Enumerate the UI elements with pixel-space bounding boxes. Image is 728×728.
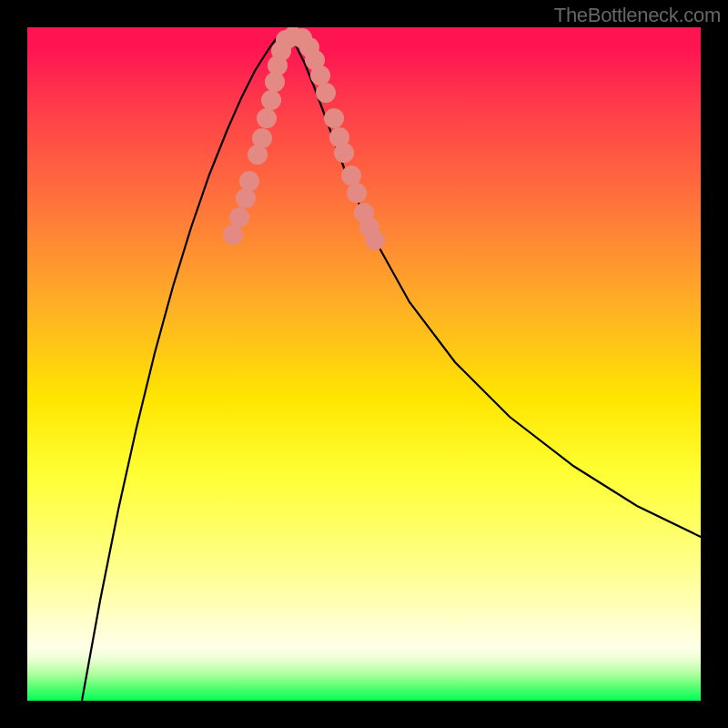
curve-group	[82, 35, 701, 701]
marker-dot	[310, 66, 330, 86]
marker-dot	[252, 128, 272, 148]
marker-dot	[347, 183, 367, 203]
marker-dot	[334, 143, 354, 163]
curve-left	[82, 35, 282, 701]
marker-dot	[257, 108, 277, 128]
plot-frame	[27, 27, 701, 701]
marker-dot	[223, 225, 243, 245]
marker-dot	[229, 207, 249, 228]
marker-dot	[316, 83, 336, 103]
curve-right	[282, 35, 701, 537]
watermark-text: TheBottleneck.com	[554, 4, 721, 27]
marker-dot	[324, 108, 344, 128]
marker-dot	[261, 90, 281, 110]
marker-dot	[239, 171, 259, 191]
marker-dot	[341, 166, 361, 186]
marker-dot	[365, 230, 385, 250]
plot-svg	[27, 27, 701, 701]
marker-dot	[236, 188, 256, 208]
